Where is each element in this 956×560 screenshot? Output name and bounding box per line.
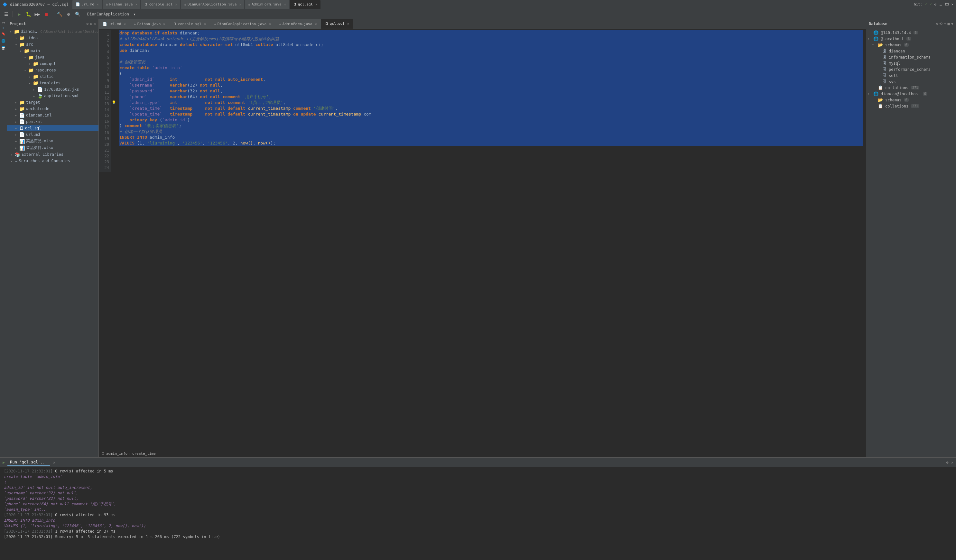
menu-btn[interactable]: ☰ [3,11,9,18]
tree-item-resources[interactable]: ▾ 📁 resources [7,67,99,73]
db-sync-icon[interactable]: ⟲ [939,22,942,26]
db-add-icon[interactable]: + [944,22,946,26]
tree-item-xlsx[interactable]: ▸ 📊 菜品商品.xlsx [7,138,99,145]
editor-tab-urlmd[interactable]: 📄 url.md ✕ [99,19,130,29]
code-lines[interactable]: drop database if exists diancan;# utf8mb… [117,30,866,172]
persistence-vtab[interactable]: 💾 [1,45,6,52]
db-item-140143144[interactable]: 🌐 @140.143.14.4 5 [866,30,956,36]
editor-tab-close[interactable]: ✕ [204,22,206,26]
sidebar-settings-icon[interactable]: ⚙ [90,22,92,26]
db-filter-icon[interactable]: ▼ [951,22,953,26]
tree-item-applicationyml[interactable]: ▸ 🍃 application.yml [7,93,99,99]
editor-tab-close[interactable]: ✕ [347,22,349,25]
run-tab[interactable]: Run 'qcl.sql'... [8,459,50,466]
tree-item-src[interactable]: ▾ 📁 src [7,41,99,48]
db-refresh-icon[interactable]: ↻ [936,21,938,26]
editor-tab-Paihaojava[interactable]: ☕ Paihao.java ✕ [130,19,170,29]
sidebar-gear-icon[interactable]: ⊕ [86,22,88,26]
editor-tab-close[interactable]: ✕ [163,22,165,26]
bottom-close-icon[interactable]: ✕ [951,460,953,465]
editor-tab-qclsql[interactable]: 🗒 qcl.sql ✕ [321,19,353,29]
build-btn[interactable]: 🔨 [56,11,63,18]
tree-item-static[interactable]: ▸ 📁 static [7,73,99,80]
db-item-sell[interactable]: 🗄 sell [866,72,956,79]
db-item-information_schema[interactable]: 🗄 information_schema [866,54,956,60]
editor-tab-close[interactable]: ✕ [315,22,317,26]
tree-item-idea[interactable]: ▾ 📁 .idea [7,35,99,41]
tree-file-icon: 📁 [33,80,38,86]
tree-item-templates[interactable]: ▾ 📁 templates [7,80,99,86]
tree-item-qclsql[interactable]: ▸ 🗒 qcl.sql [7,125,99,131]
db-item-localhost[interactable]: ▾ 🌐 @localhost 6 [866,36,956,42]
db-item-collations[interactable]: 📋 collations 271 [866,85,956,91]
tree-item-scratchesandconsoles[interactable]: ▸ ✏ Scratches and Consoles [7,158,99,164]
sidebar-close-icon[interactable]: ✕ [94,22,96,26]
db-item-schemas[interactable]: ▾ 📂 schemas 6 [866,42,956,48]
tree-item-xlsx[interactable]: ▸ 📊 菜品类目.xlsx [7,145,99,151]
tab-close[interactable]: ✕ [284,3,286,6]
db-item-collations[interactable]: 📋 collations 271 [866,103,956,109]
editor-tab-close[interactable]: ✕ [269,22,271,26]
tab-close[interactable]: ✕ [239,3,241,6]
db-item-mysql[interactable]: 🗄 mysql [866,60,956,66]
tree-item-java[interactable]: ▾ 📁 java [7,54,99,60]
tree-item-comqcl[interactable]: ▾ 📁 com.qcl [7,60,99,67]
db-node-label: mysql [889,61,900,66]
editor-tab-consolesql[interactable]: 🗒 console.sql ✕ [169,19,210,29]
title-tab-DianCanApplicationjava[interactable]: ☕ DianCanApplication.java ✕ [181,0,244,9]
tree-item-diancaniml[interactable]: ▸ 📄 diancan.iml [7,112,99,118]
editor-tab-icon: ☕ [214,22,216,26]
web-vtab[interactable]: 🌐 [1,38,6,44]
tree-item-externallibraries[interactable]: ▸ 📚 External Libraries [7,151,99,158]
run-with-coverage-btn[interactable]: ▶▶ [34,11,41,18]
title-tab-AdminFormjava[interactable]: ☕ AdminForm.java ✕ [245,0,289,9]
tree-item-urlmd[interactable]: ▸ 📄 url.md [7,131,99,138]
tree-item-target[interactable]: ▸ 📁 target [7,99,99,105]
tree-item-17765836502jks[interactable]: ▸ 📄 17765836502.jks [7,86,99,93]
db-item-diancan[interactable]: 🗄 diancan [866,48,956,54]
minimize-icon[interactable]: 🗕 [939,2,942,6]
editor-tab-DianCanApplicationjava[interactable]: ☕ DianCanApplication.java ✕ [210,19,275,29]
code-text: # utf8mb4和utf8mb4_unicode_ci主要解决emoji表情符… [120,36,279,42]
tab-close[interactable]: ✕ [175,3,177,6]
editor-tab-close[interactable]: ✕ [124,22,126,26]
tab-close[interactable]: ✕ [315,3,317,6]
tree-arrow-icon: ▸ [32,88,36,91]
db-node-label: information_schema [889,55,931,60]
title-tab-consolesql[interactable]: 🗒 console.sql ✕ [141,0,180,9]
breadcrumb-item2[interactable]: create_time [132,451,156,456]
search-btn[interactable]: 🔍 [74,11,81,18]
db-item-diancanlocalhost[interactable]: ▾ 🌐 diancan@localhost 6 [866,91,956,97]
tree-item-label: resources [35,68,56,72]
stop-btn[interactable]: ■ [43,11,50,18]
title-tab-qclsql[interactable]: 🗒 qcl.sql ✕ [290,0,321,9]
db-item-sys[interactable]: 🗄 sys [866,79,956,85]
tab-close[interactable]: ✕ [97,3,99,6]
close-icon[interactable]: ✕ [951,2,953,6]
title-tab-urlmd[interactable]: 📄 url.md ✕ [72,0,102,9]
tree-item-diancan20200707diancan[interactable]: ▾ 📁 diancan20200707 [diancan] C:\Users\A… [7,28,99,35]
settings-btn[interactable]: ⚙ [65,11,72,18]
tab-close[interactable]: ✕ [135,3,137,6]
structure-vtab[interactable]: ≡ [1,26,6,30]
bookmark-vtab[interactable]: 🔖 [1,31,6,37]
maximize-icon[interactable]: 🗖 [945,2,948,6]
editor-tab-AdminFormjava[interactable]: ☕ AdminForm.java ✕ [275,19,321,29]
tree-item-pomxml[interactable]: ▸ 📄 pom.xml [7,118,99,125]
close-run-icon[interactable]: ✕ [53,460,55,465]
run-btn[interactable]: ▶ [16,11,23,18]
tree-file-icon: 📊 [19,145,25,151]
db-node-icon: 🗄 [882,67,887,72]
bottom-settings-icon[interactable]: ⚙ [947,460,948,465]
editor-content[interactable]: 123456789101112131415161718192021222324💡… [99,29,866,450]
db-item-performance_schema[interactable]: 🗄 performance_schema [866,66,956,72]
db-item-schemas[interactable]: 📂 schemas 6 [866,97,956,103]
project-vtab[interactable]: 1 [1,20,6,25]
debug-btn[interactable]: 🐛 [25,11,32,18]
tree-item-wechatcode[interactable]: ▸ 📁 wechatcode [7,105,99,112]
tree-item-main[interactable]: ▾ 📁 main [7,48,99,54]
title-tab-Paihaojava[interactable]: ☕ Paihao.java ✕ [103,0,141,9]
breadcrumb-item1[interactable]: admin_info [106,451,127,456]
db-stop-icon[interactable]: ■ [948,22,950,26]
app-dropdown[interactable]: ▾ [131,11,138,18]
